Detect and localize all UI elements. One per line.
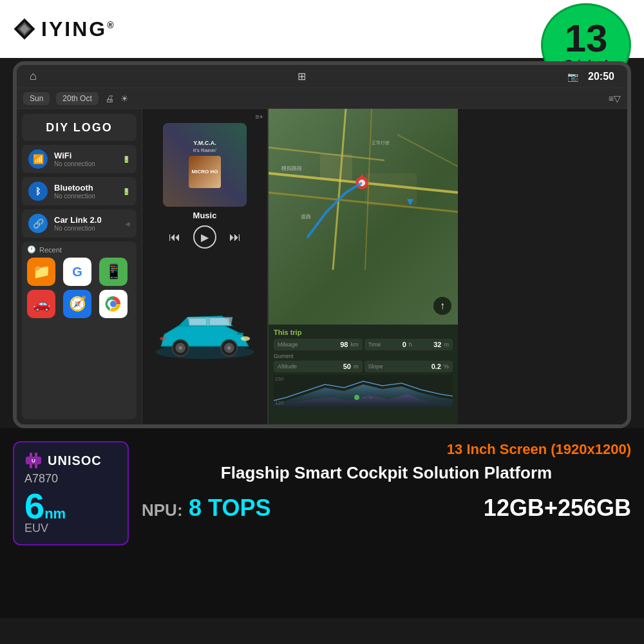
bluetooth-item[interactable]: ᛒ Bluetooth No connection 🔋 [22,177,137,205]
screen-spec: 13 Inch Screen (1920x1200) [142,441,631,458]
altitude-cell: Altitude 50 m [274,361,363,372]
center-icons: 📷 20:50 [567,71,614,82]
chip-brand-row: U UNISOC [24,451,117,469]
trip-title: This trip [274,328,453,336]
elevation-high: 230 [275,376,283,382]
storage-spec: 12GB+256GB [484,495,631,521]
android-version: 13 [565,19,608,58]
play-button[interactable]: ▶ [193,225,216,249]
spec-row: NPU: 8 TOPS 12GB+256GB [142,495,631,522]
album-art: Y.M.C.A. It's Rainin' MICRO HO [163,123,247,207]
playlist-icon[interactable]: ≡+ [255,113,263,120]
trip-grid-top: Mileage 98 km Time 0 h 32 m [274,339,453,350]
mileage-label: Mileage [278,341,298,348]
elevation-chart: 230 120 [274,375,453,407]
bt-text: Bluetooth No connection [54,183,95,200]
trip-panel: This trip Mileage 98 km Time 0 h 32 m [269,325,458,424]
music-panel: ≡+ Y.M.C.A. It's Rainin' MICRO HO Music [142,109,268,424]
date-display: 20th Oct [56,92,98,105]
carlink-item[interactable]: 🔗 Car Link 2.0 No connection ◀ [22,209,137,238]
time-label: Time [368,341,381,348]
app-chrome[interactable] [99,290,128,318]
day-display: Sun [23,92,50,105]
slope-unit: % [444,363,449,370]
music-album: Y.M.C.A. It's Rainin' MICRO HO [163,123,247,207]
wifi-icon-circle: 📶 [28,149,48,169]
next-button[interactable]: ⏭ [229,231,241,244]
brand-logo: IYING® [13,17,115,41]
chip-model: A7870 [24,472,117,486]
chart-dash-2: - [370,393,372,402]
app-files[interactable]: 📁 [27,258,55,286]
car-screen: ⌂ ⊞ 📷 20:50 Sun 20th Oct 🖨 ☀ ≡▽ DIY LOGO [13,61,631,428]
map-area[interactable]: 模拟路段 正常行驶 道路 ↑ [269,109,458,325]
prev-button[interactable]: ⏮ [169,231,180,244]
bluetooth-icon: ᛒ [35,186,41,196]
svg-text:模拟路段: 模拟路段 [281,166,302,171]
bt-status: No connection [54,193,95,200]
recent-label: Recent [39,246,62,254]
elevation-low: 120 [275,400,283,406]
wifi-icon: 📶 [33,154,44,164]
recent-header: 🕐 Recent [27,245,131,254]
nav-icon[interactable]: ≡▽ [609,93,621,104]
print-icon[interactable]: 🖨 [105,93,114,104]
map-compass[interactable]: ↑ [433,297,451,315]
app-phone[interactable]: 📱 [99,258,128,286]
slope-cell: Slope 0.2 % [365,361,453,372]
svg-point-4 [110,301,117,307]
mileage-cell: Mileage 98 km [274,339,363,350]
svg-point-10 [179,346,182,349]
storage-spec-block: 12GB+256GB [484,495,631,522]
camera-icon[interactable]: 📷 [567,71,578,82]
current-label: Gurrent [274,353,453,359]
bt-battery: 🔋 [122,188,130,195]
music-title: Music [193,211,217,220]
svg-rect-34 [30,453,32,457]
chip-nm-row: 6nm [24,488,117,524]
carlink-status: No connection [54,225,102,232]
right-panel: 模拟路段 正常行驶 道路 ↑ [268,109,458,424]
split-icon[interactable]: ⊞ [298,70,306,82]
chip-nm-unit: nm [44,506,66,522]
brand-name: IYING® [41,17,115,41]
chart-dots: - - [354,393,372,402]
mileage-unit: km [351,341,359,348]
elevation-svg [274,375,453,407]
bt-icon-circle: ᛒ [28,182,48,201]
wifi-battery: 🔋 [122,156,130,163]
wifi-name: WiFi [54,151,95,160]
svg-rect-36 [30,464,32,468]
svg-rect-37 [35,464,37,468]
brightness-icon[interactable]: ☀ [120,93,129,104]
bt-name: Bluetooth [54,183,95,193]
svg-rect-35 [35,453,37,457]
wifi-text: WiFi No connection [54,151,95,167]
chip-process: EUV [24,522,117,535]
altitude-label: Altitude [278,363,297,370]
app-maps[interactable]: 🧭 [63,290,91,318]
carlink-text: Car Link 2.0 No connection [54,215,102,232]
svg-rect-6 [189,318,207,325]
svg-line-18 [269,193,458,212]
svg-text:正常行驶: 正常行驶 [372,140,390,145]
wifi-status: No connection [54,160,95,167]
map-roads: 模拟路段 正常行驶 道路 [269,109,458,325]
npu-label: NPU: [142,500,183,520]
carlink-name: Car Link 2.0 [54,215,102,225]
diamond-icon [13,17,36,41]
slope-label: Slope [368,363,383,370]
recent-clock-icon: 🕐 [27,245,36,254]
npu-spec-block: NPU: 8 TOPS [142,495,270,522]
wifi-item[interactable]: 📶 WiFi No connection 🔋 [22,145,137,173]
chart-dot-1 [354,395,359,400]
time-hour-unit: h [409,341,412,348]
home-icon[interactable]: ⌂ [30,70,37,83]
svg-text:U: U [32,458,35,464]
left-panel: DIY LOGO 📶 WiFi No connection 🔋 ᛒ [17,109,142,424]
svg-point-15 [160,337,167,340]
screen-inner: ⌂ ⊞ 📷 20:50 Sun 20th Oct 🖨 ☀ ≡▽ DIY LOGO [17,65,627,424]
app-google[interactable]: G [63,258,91,286]
bottom-section: U UNISOC A7870 6nm EUV 13 Inch Screen (1… [0,428,644,618]
app-car[interactable]: 🚗 [27,290,55,318]
